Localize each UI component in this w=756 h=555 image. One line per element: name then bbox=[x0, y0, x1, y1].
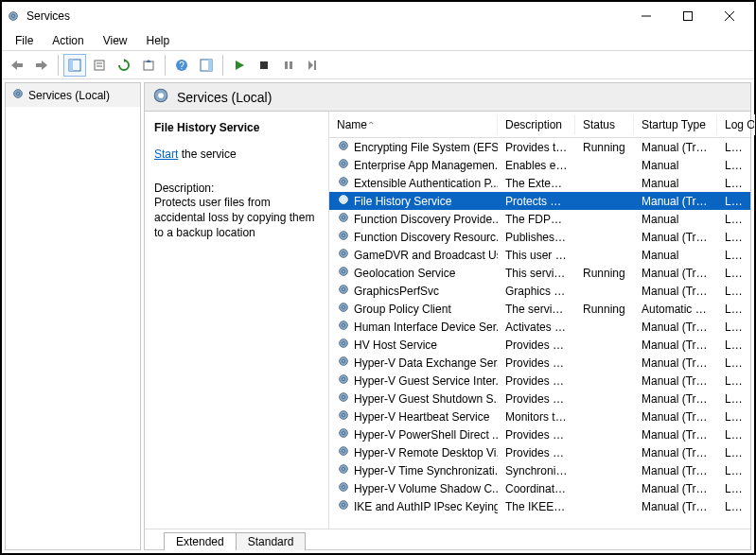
menu-file[interactable]: File bbox=[8, 32, 41, 49]
pause-service-button[interactable] bbox=[277, 54, 300, 77]
table-row[interactable]: Encrypting File System (EFS)Provides th.… bbox=[329, 138, 750, 156]
menu-help[interactable]: Help bbox=[139, 32, 178, 49]
gear-icon bbox=[337, 426, 350, 442]
table-row[interactable]: Hyper-V Volume Shadow C...Coordinates...… bbox=[329, 479, 750, 497]
cell-description: The IKEEXT ... bbox=[498, 500, 575, 513]
gear-icon bbox=[337, 337, 350, 353]
workarea: Services (Local) Services (Local) File H… bbox=[2, 79, 754, 553]
col-logon[interactable]: Log On As bbox=[717, 114, 755, 135]
gear-icon bbox=[337, 444, 350, 460]
cell-logon: Loca bbox=[717, 321, 750, 334]
list-body[interactable]: Encrypting File System (EFS)Provides th.… bbox=[329, 138, 750, 529]
cell-description: Publishes th... bbox=[498, 231, 575, 244]
table-row[interactable]: Function Discovery Resourc...Publishes t… bbox=[329, 228, 750, 246]
svg-point-37 bbox=[342, 180, 345, 183]
col-startup[interactable]: Startup Type bbox=[634, 114, 717, 135]
table-row[interactable]: Group Policy ClientThe service i...Runni… bbox=[329, 300, 750, 318]
properties-button[interactable] bbox=[88, 54, 111, 77]
service-name: Enterprise App Managemen... bbox=[354, 159, 498, 172]
svg-point-43 bbox=[342, 234, 345, 237]
restart-service-button[interactable] bbox=[302, 54, 325, 77]
gear-icon bbox=[337, 301, 350, 317]
cell-name: Hyper-V Guest Shutdown S... bbox=[329, 390, 498, 407]
table-row[interactable]: GraphicsPerfSvcGraphics pe...Manual (Tri… bbox=[329, 282, 750, 300]
selected-service-name: File History Service bbox=[154, 121, 319, 134]
show-hide-tree-button[interactable] bbox=[63, 54, 86, 77]
table-row[interactable]: Hyper-V Heartbeat ServiceMonitors th...M… bbox=[329, 408, 750, 425]
table-row[interactable]: Hyper-V PowerShell Direct ...Provides a … bbox=[329, 425, 750, 443]
forward-button[interactable] bbox=[30, 54, 53, 77]
col-description[interactable]: Description bbox=[498, 114, 575, 135]
tab-standard[interactable]: Standard bbox=[236, 532, 307, 550]
show-hide-action-pane-button[interactable] bbox=[195, 54, 218, 77]
gear-icon bbox=[337, 283, 350, 299]
svg-point-41 bbox=[342, 216, 345, 219]
svg-point-29 bbox=[16, 92, 20, 95]
cell-logon: Loca bbox=[717, 410, 750, 424]
close-button[interactable] bbox=[709, 3, 750, 29]
help-button[interactable]: ? bbox=[170, 54, 193, 77]
svg-point-51 bbox=[342, 305, 345, 309]
table-row[interactable]: Geolocation ServiceThis service ...Runni… bbox=[329, 264, 750, 282]
start-service-link[interactable]: Start bbox=[154, 147, 178, 161]
cell-name: Hyper-V Remote Desktop Vi... bbox=[329, 444, 498, 460]
gear-icon bbox=[337, 211, 350, 227]
table-row[interactable]: Hyper-V Guest Service Inter...Provides a… bbox=[329, 372, 750, 390]
table-row[interactable]: Hyper-V Remote Desktop Vi...Provides a p… bbox=[329, 443, 750, 461]
tab-extended[interactable]: Extended bbox=[164, 532, 237, 550]
cell-name: Hyper-V Time Synchronizati... bbox=[329, 462, 498, 478]
maximize-button[interactable] bbox=[667, 3, 709, 29]
table-row[interactable]: HV Host ServiceProvides an ...Manual (Tr… bbox=[329, 336, 750, 354]
table-row[interactable]: GameDVR and Broadcast Us...This user ser… bbox=[329, 246, 750, 264]
menu-view[interactable]: View bbox=[96, 32, 135, 49]
cell-description: Provides a ... bbox=[498, 428, 575, 442]
service-name: Encrypting File System (EFS) bbox=[354, 141, 498, 154]
cell-name: Hyper-V Heartbeat Service bbox=[329, 408, 498, 425]
service-name: Geolocation Service bbox=[354, 267, 455, 280]
svg-rect-25 bbox=[290, 61, 292, 69]
table-row[interactable]: Hyper-V Guest Shutdown S...Provides a ..… bbox=[329, 390, 750, 408]
menu-action[interactable]: Action bbox=[44, 32, 91, 49]
start-service-button[interactable] bbox=[228, 54, 251, 77]
gear-icon bbox=[337, 390, 350, 407]
sort-indicator-icon: ⌃ bbox=[367, 120, 375, 130]
svg-point-57 bbox=[342, 359, 345, 363]
gear-icon bbox=[11, 87, 25, 103]
svg-marker-22 bbox=[236, 61, 244, 70]
gear-icon bbox=[337, 139, 350, 155]
tree-node-services-local[interactable]: Services (Local) bbox=[6, 83, 140, 107]
svg-rect-24 bbox=[285, 61, 288, 69]
table-row[interactable]: Function Discovery Provide...The FDPHO..… bbox=[329, 210, 750, 228]
cell-description: Synchronize... bbox=[498, 464, 575, 477]
table-row[interactable]: IKE and AuthIP IPsec Keying...The IKEEXT… bbox=[329, 497, 750, 515]
cell-name: Human Interface Device Ser... bbox=[329, 319, 498, 335]
cell-startup: Manual (Trig... bbox=[634, 428, 717, 442]
minimize-button[interactable] bbox=[625, 3, 667, 29]
table-row[interactable]: Enterprise App Managemen...Enables ent..… bbox=[329, 156, 750, 174]
svg-rect-3 bbox=[684, 12, 693, 21]
cell-startup: Automatic (T... bbox=[634, 303, 717, 316]
cell-logon: Loca bbox=[717, 267, 750, 280]
cell-startup: Manual (Trig... bbox=[634, 392, 717, 406]
back-button[interactable] bbox=[6, 54, 28, 77]
app-icon bbox=[6, 9, 21, 24]
cell-startup: Manual (Trig... bbox=[634, 374, 717, 388]
cell-description: Provides a ... bbox=[498, 356, 575, 370]
table-row[interactable]: Hyper-V Time Synchronizati...Synchronize… bbox=[329, 461, 750, 479]
window-title: Services bbox=[26, 9, 70, 23]
cell-name: Hyper-V Data Exchange Ser... bbox=[329, 355, 498, 371]
table-row[interactable]: Extensible Authentication P...The Extens… bbox=[329, 174, 750, 192]
col-name[interactable]: Name⌃ bbox=[329, 114, 498, 135]
table-row[interactable]: Hyper-V Data Exchange Ser...Provides a .… bbox=[329, 354, 750, 372]
gear-icon bbox=[337, 480, 350, 496]
table-row[interactable]: File History ServiceProtects use...Manua… bbox=[329, 192, 750, 210]
refresh-button[interactable] bbox=[113, 54, 135, 77]
stop-service-button[interactable] bbox=[253, 54, 275, 77]
cell-description: Provides a ... bbox=[498, 392, 575, 406]
export-list-button[interactable] bbox=[137, 54, 160, 77]
table-row[interactable]: Human Interface Device Ser...Activates a… bbox=[329, 318, 750, 336]
col-status[interactable]: Status bbox=[575, 114, 634, 135]
cell-description: Provides a p... bbox=[498, 446, 575, 460]
toolbar-divider bbox=[58, 55, 59, 76]
svg-point-69 bbox=[342, 467, 345, 471]
